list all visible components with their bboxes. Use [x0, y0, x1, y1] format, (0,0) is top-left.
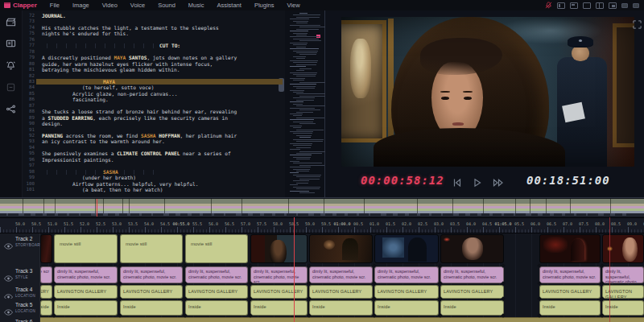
location-cell[interactable]: LAVINGTON GALLERY — [54, 285, 118, 299]
minimap-line — [293, 104, 303, 105]
screenplay-editor[interactable]: 72JOURNAL.7374His stubble catches the li… — [23, 10, 285, 197]
style-cell[interactable]: dimly lit, suspenseful, cinematic photo,… — [374, 266, 439, 283]
script-text: fascinating. — [72, 97, 109, 103]
location-cell[interactable]: LAVINGTON GALLERY — [440, 285, 504, 299]
minimap-line — [293, 33, 308, 34]
app-logo[interactable]: Clapper — [4, 2, 37, 9]
location-cell[interactable]: Inside — [54, 300, 118, 316]
video-frame[interactable] — [341, 17, 634, 167]
style-cell[interactable]: dimly lit, suspenseful, cinematic photo,… — [54, 266, 118, 283]
style-cell[interactable]: dimly lit, suspenseful, cinematic photo,… — [309, 266, 373, 283]
track-header-2[interactable]: Track 2STORYBOARD — [0, 234, 40, 263]
clapper-edit-icon[interactable] — [6, 16, 17, 27]
storyboard-thumbnail[interactable] — [40, 234, 52, 263]
frame-icon[interactable] — [6, 81, 17, 93]
skip-start-button[interactable] — [452, 176, 462, 186]
window-small-icon[interactable] — [621, 3, 628, 8]
location-cell[interactable]: Inside — [440, 300, 504, 316]
menu-item-plugins[interactable]: Plugins — [248, 2, 281, 9]
timeline-ruler[interactable]: 50.050.551.051.552.052.553.053.554.054.5… — [0, 217, 644, 233]
storyboard-thumbnail[interactable] — [309, 234, 373, 263]
visibility-eye-icon[interactable] — [4, 289, 13, 299]
location-cell[interactable]: LAVINGTON GALLERY — [539, 285, 601, 299]
location-cell[interactable]: Inside — [185, 300, 248, 316]
minimap-line — [296, 171, 309, 171]
play-button[interactable] — [473, 176, 482, 186]
visibility-eye-icon[interactable] — [4, 304, 13, 316]
script-text: guide, her warm hazelnut eyes flicker wi… — [42, 61, 213, 68]
style-cell[interactable]: dimly lit, suspenseful, cinematic photo,… — [185, 266, 248, 283]
location-cell[interactable]: LAVINGTON GALLERY — [374, 285, 439, 299]
storyboard-thumbnail[interactable] — [374, 234, 439, 263]
timeline-playhead[interactable] — [294, 217, 295, 322]
style-cell[interactable]: dimly lit, suspenseful, cinematic photo,… — [539, 266, 601, 283]
style-cell[interactable]: dimly lit, suspenseful, cinematic photo,… — [440, 266, 504, 283]
menu-item-sound[interactable]: Sound — [151, 2, 182, 9]
location-cell[interactable]: Inside — [309, 300, 373, 316]
menu-item-image[interactable]: Image — [66, 2, 96, 9]
location-cell[interactable]: LAVINGTON GALLERY — [120, 285, 183, 299]
location-cell[interactable]: LAVINGTON GALLERY — [309, 285, 373, 299]
menubar-right-icons — [545, 2, 639, 9]
overview-dash — [272, 213, 275, 216]
track-header-3[interactable]: Track 3STYLE — [0, 266, 40, 283]
menu-item-voice[interactable]: Voice — [124, 2, 151, 9]
visibility-eye-icon[interactable] — [4, 238, 13, 253]
overview-playhead[interactable] — [97, 199, 97, 217]
layout-save-icon[interactable] — [609, 2, 617, 9]
location-cell[interactable]: LAVINGTON GALLERY — [250, 285, 308, 299]
track-6-clip-strip[interactable] — [40, 317, 644, 322]
line-number: 96 — [23, 157, 35, 163]
track-header-6[interactable]: Track 6 — [0, 317, 40, 322]
transport-bar: 00:00:58:12 00:18:51:00 — [325, 170, 644, 197]
location-cell[interactable]: LAVINGTON GALLERY — [40, 285, 52, 299]
timeline-overview[interactable] — [0, 199, 644, 217]
location-cell[interactable]: Inside — [539, 300, 601, 316]
minimap-line — [290, 66, 306, 67]
storyboard-thumbnail[interactable] — [440, 234, 504, 263]
storyboard-thumbnail[interactable] — [539, 234, 601, 263]
ruler-label: 52.5 — [96, 221, 105, 226]
menu-item-file[interactable]: File — [43, 2, 66, 9]
layout-left-icon[interactable] — [557, 2, 565, 9]
storyboard-thumbnail[interactable] — [250, 234, 308, 263]
style-cell[interactable]: dimly lit, suspenseful, cinematic photo,… — [602, 266, 644, 283]
track-header-5[interactable]: Track 5LOCATION — [0, 300, 40, 316]
script-text: Acrylic glaze, non-period canvas... — [72, 91, 177, 97]
storyboard-thumbnail[interactable] — [602, 234, 644, 263]
editor-minimap[interactable] — [285, 10, 325, 197]
location-cell[interactable]: LAVINGTON GALLERY — [602, 285, 644, 299]
location-cell[interactable]: LAVINGTON GALLERY — [185, 285, 248, 299]
menu-item-assistant[interactable]: Assistant — [210, 2, 247, 9]
location-cell[interactable]: Inside — [120, 300, 183, 316]
menu-item-music[interactable]: Music — [182, 2, 211, 9]
style-cell[interactable]: dimly lit, suspenseful, cinematic photo,… — [120, 266, 183, 283]
layout-split-icon[interactable] — [596, 2, 604, 9]
location-cell[interactable]: Inside — [40, 300, 52, 316]
video-preview-panel: 00:00:58:12 00:18:51:00 — [325, 10, 644, 197]
storyboard-cell[interactable]: movie still — [120, 234, 183, 263]
timeline-marker[interactable] — [609, 217, 610, 322]
mute-icon[interactable] — [545, 2, 552, 9]
layout-plain-icon[interactable] — [583, 2, 591, 9]
storyboard-cell[interactable]: movie still — [185, 234, 248, 263]
fullscreen-icon[interactable] — [633, 18, 642, 27]
fast-forward-button[interactable] — [493, 176, 502, 186]
storyboard-cell[interactable]: movie still — [54, 234, 118, 263]
location-cell[interactable]: Inside — [602, 300, 644, 316]
screenplay-panel-icon[interactable] — [6, 38, 17, 49]
menu-item-video[interactable]: Video — [96, 2, 124, 9]
style-cell[interactable]: dimly lit, suspenseful, cinematic photo,… — [250, 266, 308, 283]
location-cell[interactable]: Inside — [374, 300, 439, 316]
clapper-app: Clapper FileImageVideoVoiceSoundMusicAss… — [0, 0, 644, 322]
node-graph-icon[interactable] — [6, 103, 17, 114]
bell-icon[interactable] — [6, 60, 17, 71]
line-number: 83 — [23, 79, 35, 85]
location-cell[interactable]: Inside — [250, 300, 308, 316]
visibility-eye-icon[interactable] — [4, 270, 13, 283]
layout-top-icon[interactable] — [570, 2, 578, 9]
menu-item-view[interactable]: View — [280, 2, 306, 9]
style-cell[interactable]: dimly lit, suspenseful, cinematic photo,… — [40, 266, 52, 283]
window-small-2-icon[interactable] — [633, 3, 639, 8]
track-header-4[interactable]: Track 4LOCATION — [0, 285, 40, 299]
